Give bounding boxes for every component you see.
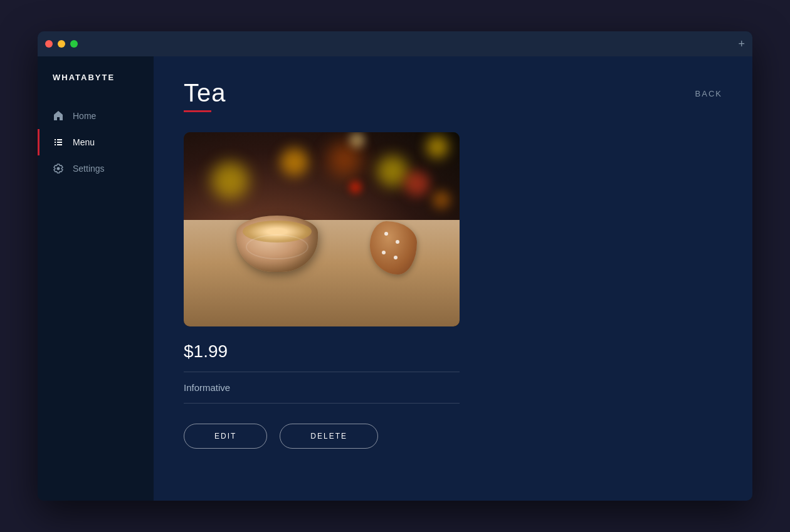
cookie-decoration bbox=[394, 256, 398, 259]
menu-icon bbox=[53, 137, 64, 148]
bokeh-light bbox=[349, 132, 365, 148]
cookie-decoration bbox=[382, 251, 386, 254]
minimize-button[interactable] bbox=[58, 40, 65, 48]
tea-scene bbox=[184, 132, 460, 326]
titlebar: + bbox=[38, 31, 752, 56]
brand-name: WHATABYTE bbox=[53, 73, 115, 82]
tea-bowl bbox=[233, 197, 321, 272]
bokeh-light bbox=[404, 171, 429, 196]
settings-icon bbox=[53, 163, 64, 174]
brand: WHATABYTE bbox=[38, 71, 154, 103]
back-button[interactable]: BACK bbox=[695, 84, 722, 103]
sidebar: WHATABYTE Home bbox=[38, 56, 154, 501]
product-description: Informative bbox=[184, 382, 466, 393]
nav-menu: Home Menu bbox=[38, 103, 154, 182]
product-image bbox=[184, 132, 460, 326]
cookie-decoration bbox=[384, 232, 388, 236]
sidebar-item-menu-label: Menu bbox=[73, 137, 95, 147]
sidebar-item-menu[interactable]: Menu bbox=[38, 129, 154, 155]
new-tab-icon[interactable]: + bbox=[738, 38, 745, 50]
page-header: Tea BACK bbox=[184, 79, 722, 112]
sidebar-item-home[interactable]: Home bbox=[38, 103, 154, 129]
product-price: $1.99 bbox=[184, 342, 466, 362]
cookie-body bbox=[370, 221, 417, 274]
page-title-section: Tea bbox=[184, 79, 226, 112]
title-underline bbox=[184, 110, 211, 112]
action-buttons: EDIT DELETE bbox=[184, 424, 466, 449]
delete-button[interactable]: DELETE bbox=[280, 424, 378, 449]
home-icon bbox=[53, 110, 64, 122]
bokeh-light bbox=[426, 136, 448, 158]
sidebar-item-home-label: Home bbox=[73, 111, 96, 121]
bokeh-light bbox=[280, 148, 308, 176]
bowl-pattern bbox=[246, 234, 308, 259]
edit-button[interactable]: EDIT bbox=[184, 424, 267, 449]
bokeh-light bbox=[377, 155, 408, 187]
product-section: $1.99 Informative EDIT DELETE bbox=[184, 132, 466, 449]
tea-bowl-body bbox=[236, 216, 318, 272]
sidebar-item-settings-label: Settings bbox=[73, 164, 105, 174]
bokeh-light bbox=[432, 190, 451, 209]
price-divider bbox=[184, 372, 460, 372]
bokeh-light bbox=[349, 181, 362, 194]
main-content: Tea BACK bbox=[154, 56, 752, 501]
traffic-lights bbox=[45, 40, 78, 48]
bokeh-light bbox=[211, 162, 249, 199]
app-window: + WHATABYTE Home bbox=[38, 31, 752, 501]
app-body: WHATABYTE Home bbox=[38, 56, 752, 501]
cookie-decoration bbox=[396, 240, 399, 244]
description-divider bbox=[184, 403, 460, 404]
close-button[interactable] bbox=[45, 40, 53, 48]
maximize-button[interactable] bbox=[70, 40, 78, 48]
cookie bbox=[370, 221, 426, 284]
sidebar-item-settings[interactable]: Settings bbox=[38, 155, 154, 182]
page-title: Tea bbox=[184, 79, 226, 107]
